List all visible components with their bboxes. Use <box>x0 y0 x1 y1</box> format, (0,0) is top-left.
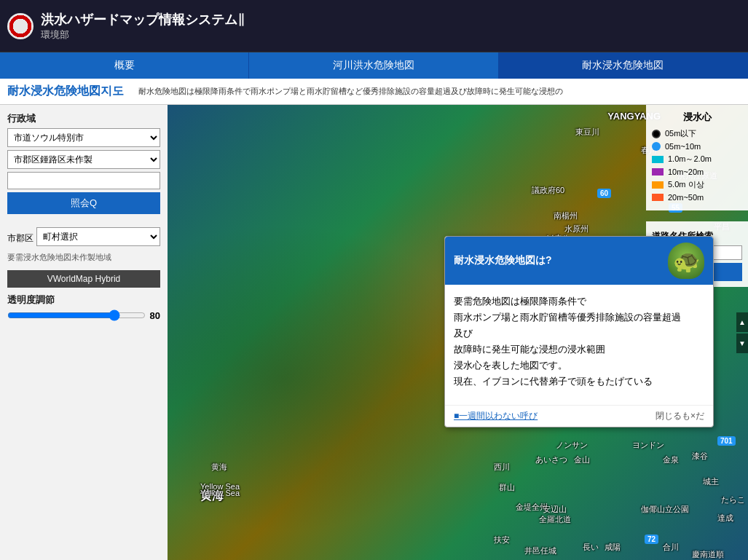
popup-body: 要需危険地図は極限降雨条件で 雨水ポンプ場と雨水貯留槽等優秀排除施設の容量超過 … <box>445 285 713 405</box>
popup-scroll-content[interactable]: 要需危険地図は極限降雨条件で 雨水ポンプ場と雨水貯留槽等優秀排除施設の容量超過 … <box>454 293 704 390</box>
legend-item-3: 1.0m～2.0m <box>652 154 742 165</box>
sidebar: 行政域 市道ソウル特別市 市郡区鍾路区未作製 照会Q 市郡区 町村選択 要需浸水… <box>0 105 168 560</box>
legend-label-5: 5.0m 이상 <box>668 179 704 190</box>
app-title-text: 洪水ハザードマップ情報システム <box>41 12 237 27</box>
search-button[interactable]: 照会Q <box>7 192 160 214</box>
info-popup: 耐水浸水危険地図は? 要需危険地図は極限降雨条件で 雨水ポンプ場と雨水貯留槽等優… <box>444 236 714 427</box>
legend-item-4: 10m~20m <box>652 167 742 176</box>
legend-item-5: 5.0m 이상 <box>652 179 742 190</box>
city-select[interactable]: 市道ソウル特別市 <box>7 128 160 147</box>
map-area[interactable]: 東豆川春川洪川江原道議政府60南楊州ソウル仁川平昌光州水原州YANGYANG黄海… <box>168 105 748 560</box>
legend-item-2: 05m~10m <box>652 142 742 151</box>
nav-item-urban[interactable]: 耐水浸水危険地図 <box>499 52 748 79</box>
transparency-label: 透明度調節 <box>7 293 160 307</box>
popup-line-4: 故障時に発生可能な浸想の浸水範囲 <box>454 342 704 358</box>
popup-header: 耐水浸水危険地図は? <box>445 237 713 285</box>
nav-item-river[interactable]: 河川洪水危険地図 <box>249 52 498 79</box>
popup-line-5: 浸水心を表した地図です。 <box>454 358 704 374</box>
map-type-button[interactable]: VWorldMap Hybrid <box>7 270 160 288</box>
legend-color-3 <box>652 156 664 163</box>
legend-item-1: 05m以下 <box>652 128 742 139</box>
scroll-down-arrow[interactable]: ▼ <box>736 334 748 353</box>
government-logo <box>7 13 34 39</box>
legend-panel: 浸水心 05m以下 05m~10m 1.0m～2.0m 10m~20m 5.0m… <box>646 105 748 210</box>
page-title-bar: 耐水浸水危険地図지도 耐水危険地図は極限降雨条件で雨水ポンプ場と雨水貯留槽など優… <box>0 79 748 105</box>
town-select[interactable]: 町村選択 <box>36 227 160 246</box>
legend-title: 浸水心 <box>652 111 742 124</box>
admin-area-label: 行政域 <box>7 112 160 125</box>
map-type-section: VWorldMap Hybrid 透明度調節 80 <box>7 270 160 321</box>
legend-color-6 <box>652 194 664 201</box>
app-subtitle: 環境部 <box>41 28 245 42</box>
header-title-block: 洪水ハザードマップ情報システム∥ 環境部 <box>41 11 245 42</box>
yellow-sea-english: Yellow Sea <box>200 489 240 497</box>
transparency-row: 80 <box>7 309 160 321</box>
popup-footer: ■一週間以わない呼び 閉じるも×だ <box>445 405 713 427</box>
page-heading: 耐水浸水危険地図지도 <box>7 84 124 99</box>
legend-label-3: 1.0m～2.0m <box>668 154 712 165</box>
popup-mascot <box>668 242 704 279</box>
region-section: 市郡区 町村選択 要需浸水危険地図未作製地域 <box>7 227 160 263</box>
district-select[interactable]: 市郡区鍾路区未作製 <box>7 150 160 169</box>
scroll-indicator: ▲ ▼ <box>736 312 748 353</box>
legend-color-5 <box>652 181 664 189</box>
popup-close-button[interactable]: 閉じるも×だ <box>656 410 704 422</box>
popup-line-6: 現在、イブヨンに代替弟子で頭をもたげている <box>454 374 704 390</box>
transparency-value: 80 <box>150 310 160 321</box>
popup-line-1: 要需危険地図は極限降雨条件で <box>454 293 704 309</box>
popup-no-show-link[interactable]: ■一週間以わない呼び <box>454 410 538 422</box>
app-title-suffix: ∥ <box>237 12 245 27</box>
navbar: 概要河川洪水危険地図耐水浸水危険地図 <box>0 52 748 79</box>
nav-item-overview[interactable]: 概要 <box>0 52 249 79</box>
legend-label-4: 10m~20m <box>668 167 704 176</box>
region-label1: 市郡区 <box>7 232 34 245</box>
legend-item-6: 20m~50m <box>652 193 742 202</box>
admin-area-section: 行政域 市道ソウル特別市 市郡区鍾路区未作製 照会Q <box>7 112 160 220</box>
page-description: 耐水危険地図は極限降雨条件で雨水ポンプ場と雨水貯留槽など優秀排除施設の容量超過及… <box>138 86 563 97</box>
legend-color-4 <box>652 168 664 176</box>
popup-line-2: 雨水ポンプ場と雨水貯留槽等優秀排除施設の容量超過 <box>454 309 704 326</box>
transparency-section: 透明度調節 80 <box>7 293 160 321</box>
search-input[interactable] <box>7 172 160 189</box>
main-area: 行政域 市道ソウル特別市 市郡区鍾路区未作製 照会Q 市郡区 町村選択 要需浸水… <box>0 105 748 560</box>
no-data-note: 要需浸水危険地図未作製地域 <box>7 252 160 263</box>
legend-label-1: 05m以下 <box>665 128 696 139</box>
popup-line-3: 及び <box>454 326 704 342</box>
legend-label-6: 20m~50m <box>668 193 704 202</box>
legend-color-1 <box>652 130 661 138</box>
legend-color-2 <box>652 142 661 151</box>
app-title: 洪水ハザードマップ情報システム∥ <box>41 11 245 28</box>
legend-label-2: 05m~10m <box>665 142 701 151</box>
header: 洪水ハザードマップ情報システム∥ 環境部 <box>0 0 748 52</box>
transparency-slider[interactable] <box>7 309 146 321</box>
scroll-up-arrow[interactable]: ▲ <box>736 312 748 332</box>
popup-title: 耐水浸水危険地図は? <box>454 254 552 267</box>
region-row: 市郡区 町村選択 <box>7 227 160 249</box>
